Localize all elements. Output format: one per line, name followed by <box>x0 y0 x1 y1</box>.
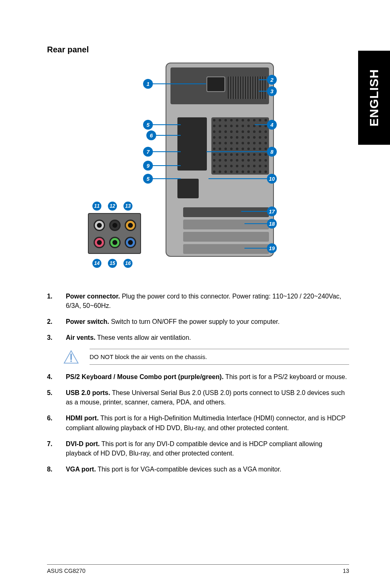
list-text: Air vents. These vents allow air ventila… <box>66 333 349 342</box>
callout-number: 18 <box>267 219 277 229</box>
list-term: DVI-D port. <box>66 440 100 447</box>
callout-number: 2 <box>267 75 277 85</box>
section-heading: Rear panel <box>47 45 349 54</box>
callout-5b: 5 <box>143 174 181 184</box>
svg-point-2 <box>70 360 72 362</box>
list-desc: These vents allow air ventilation. <box>95 334 191 341</box>
callout-number: 19 <box>267 243 277 253</box>
callout-lead <box>153 83 206 84</box>
list-item: 5. USB 2.0 ports. These Universal Serial… <box>47 388 349 407</box>
list-number: 4. <box>47 372 56 382</box>
callout-4: 4 <box>255 120 277 130</box>
io-panel-graphic <box>177 117 207 171</box>
page-footer: ASUS CG8270 13 <box>47 564 349 574</box>
callout-19: 19 <box>244 243 277 253</box>
callout-number: 1 <box>143 79 153 89</box>
jack-line-in <box>125 237 136 248</box>
description-list-2: 4. PS/2 Keyboard / Mouse Combo port (pur… <box>47 372 349 474</box>
list-number: 7. <box>47 439 56 458</box>
list-item: 2. Power switch. Switch to turn ON/OFF t… <box>47 317 349 326</box>
pci-slot-2 <box>183 232 269 242</box>
callout-lead <box>153 178 181 179</box>
list-desc: Switch to turn ON/OFF the power supply t… <box>109 318 280 325</box>
list-term: Power connector. <box>66 293 120 300</box>
callout-number: 8 <box>267 147 277 157</box>
list-item: 7. DVI-D port. This port is for any DVI-… <box>47 439 349 458</box>
list-item: 1. Power connector. Plug the power cord … <box>47 292 349 310</box>
list-number: 3. <box>47 333 56 342</box>
caution-note: DO NOT block the air vents on the chassi… <box>63 349 349 365</box>
list-item: 6. HDMI port. This port is for a High-De… <box>47 413 349 432</box>
callout-11: 11 <box>92 202 101 211</box>
callout-lead <box>241 211 267 212</box>
list-term: HDMI port. <box>66 415 99 422</box>
callout-lead <box>244 223 267 224</box>
list-number: 1. <box>47 292 56 310</box>
callout-lead <box>156 135 181 136</box>
jack-line-out <box>109 237 121 248</box>
callout-number: 10 <box>267 174 277 184</box>
list-number: 6. <box>47 413 56 432</box>
list-term: Air vents. <box>66 334 95 341</box>
list-desc: This port is for any DVI-D compatible de… <box>66 440 322 457</box>
callout-number: 5 <box>143 174 153 184</box>
callout-number: 5 <box>143 120 153 130</box>
rear-panel-diagram: 1 5 6 7 9 5 2 3 <box>69 63 356 279</box>
audio-jacks-zoom <box>88 213 141 254</box>
callout-lead <box>153 124 181 125</box>
power-connector-graphic <box>206 76 225 92</box>
list-term: Power switch. <box>66 318 109 325</box>
list-item: 3. Air vents. These vents allow air vent… <box>47 333 349 342</box>
callout-lead <box>255 124 267 125</box>
callout-5a: 5 <box>143 120 181 130</box>
list-number: 2. <box>47 317 56 326</box>
callout-1: 1 <box>143 79 206 89</box>
callout-6: 6 <box>146 130 181 140</box>
list-item: 8. VGA port. This port is for VGA-compat… <box>47 465 349 474</box>
callout-10: 10 <box>208 174 277 184</box>
callout-9: 9 <box>143 161 181 171</box>
callout-lead <box>153 165 181 166</box>
jack-rear-speaker-out <box>109 220 121 231</box>
footer-page-number: 13 <box>343 568 349 574</box>
callout-8: 8 <box>206 147 277 157</box>
description-list-1: 1. Power connector. Plug the power cord … <box>47 292 349 342</box>
callout-number: 4 <box>267 120 277 130</box>
list-text: PS/2 Keyboard / Mouse Combo port (purple… <box>66 372 349 382</box>
list-term: PS/2 Keyboard / Mouse Combo port (purple… <box>66 373 224 380</box>
callout-7: 7 <box>143 147 181 157</box>
list-text: Power connector. Plug the power cord to … <box>66 292 349 310</box>
list-text: VGA port. This port is for VGA-compatibl… <box>66 465 349 474</box>
callout-number: 17 <box>267 206 277 216</box>
callout-3: 3 <box>259 86 277 96</box>
list-text: HDMI port. This port is for a High-Defin… <box>66 413 349 432</box>
callout-number: 3 <box>267 86 277 96</box>
list-number: 8. <box>47 465 56 474</box>
callout-lead <box>153 151 181 152</box>
caution-text: DO NOT block the air vents on the chassi… <box>90 349 349 365</box>
callout-18: 18 <box>244 219 277 229</box>
list-text: DVI-D port. This port is for any DVI-D c… <box>66 439 349 458</box>
list-desc: This port is for a High-Definition Multi… <box>66 415 345 431</box>
callout-lead <box>259 91 267 92</box>
list-desc: This port is for a PS/2 keyboard or mous… <box>224 373 347 380</box>
callout-lead <box>208 178 267 179</box>
callout-lead <box>206 151 267 152</box>
list-text: Power switch. Switch to turn ON/OFF the … <box>66 317 349 326</box>
jack-mic-in <box>94 237 105 248</box>
callout-2: 2 <box>259 75 277 85</box>
callout-number: 7 <box>143 147 153 157</box>
callout-14: 14 <box>92 259 101 268</box>
list-desc: This port is for VGA-compatible devices … <box>96 466 282 473</box>
list-item: 4. PS/2 Keyboard / Mouse Combo port (pur… <box>47 372 349 382</box>
list-term: VGA port. <box>66 466 96 473</box>
list-number: 5. <box>47 388 56 407</box>
callout-16: 16 <box>123 259 132 268</box>
callout-lead <box>244 248 267 249</box>
callout-12: 12 <box>108 202 117 211</box>
list-text: USB 2.0 ports. These Universal Serial Bu… <box>66 388 349 407</box>
footer-product: ASUS CG8270 <box>47 568 85 574</box>
callout-lead <box>259 79 267 80</box>
callout-17: 17 <box>241 206 277 216</box>
callout-number: 9 <box>143 161 153 171</box>
